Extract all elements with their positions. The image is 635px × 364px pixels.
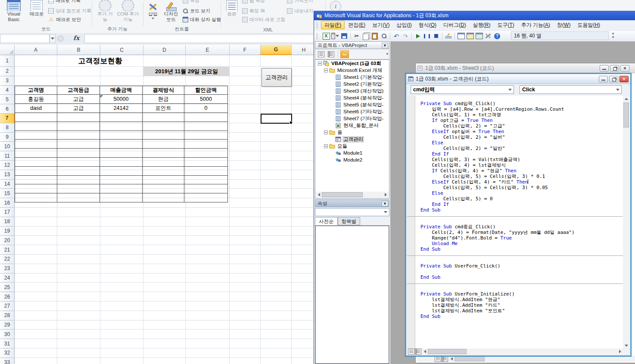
row-header-21[interactable]: 21 — [0, 245, 15, 255]
table-empty-row-8-col4[interactable] — [143, 176, 184, 185]
cell-F4[interactable] — [230, 86, 261, 95]
code-line-21[interactable]: Private Sub cmd종료_Click() — [420, 224, 623, 230]
table-row-1-col1[interactable]: 홍길동 — [15, 95, 57, 104]
table-empty-row-5-col3[interactable] — [100, 149, 143, 158]
cell-D31[interactable] — [143, 339, 186, 348]
project-pane-header[interactable]: 프로젝트 - VBAProject × — [315, 41, 389, 49]
cell-F9[interactable] — [230, 133, 261, 142]
cell-C25[interactable] — [100, 283, 143, 292]
cell-F12[interactable] — [230, 161, 261, 170]
cell-B30[interactable] — [57, 330, 100, 339]
find-icon[interactable] — [380, 32, 388, 40]
cell-F21[interactable] — [230, 245, 261, 255]
table-row-2-col4[interactable]: 포인트 — [143, 104, 184, 113]
cell-F25[interactable] — [230, 283, 261, 292]
menu-h[interactable]: 도움말(H) — [574, 21, 604, 29]
cell-G30[interactable] — [261, 330, 292, 339]
cell-D21[interactable] — [143, 245, 186, 255]
properties-pane-header[interactable]: 속성 × — [315, 199, 389, 207]
cell-H8[interactable] — [292, 123, 316, 133]
cell-G33[interactable] — [261, 358, 292, 364]
sheet3-hscrollbar[interactable] — [417, 356, 635, 362]
cell-G12[interactable] — [261, 161, 292, 170]
cell-E33[interactable] — [186, 358, 230, 364]
cell-F31[interactable] — [230, 339, 261, 348]
table-empty-row-2-col3[interactable] — [100, 122, 143, 131]
pane-toolbar-overflow[interactable]: ▾ — [386, 52, 388, 56]
cell-E1[interactable] — [186, 55, 230, 67]
cell-C32[interactable] — [100, 348, 143, 358]
cell-G9[interactable] — [261, 133, 292, 142]
table-empty-row-7-col2[interactable] — [57, 167, 100, 176]
row-header-20[interactable]: 20 — [0, 236, 15, 245]
cell-B27[interactable] — [57, 302, 100, 311]
code-line-9[interactable]: End If — [420, 151, 623, 157]
table-empty-row-3-col4[interactable] — [143, 131, 184, 140]
reset-icon[interactable] — [432, 32, 440, 40]
cell-D22[interactable] — [143, 255, 186, 264]
table-empty-row-1-col4[interactable] — [143, 113, 184, 122]
minimize-icon[interactable] — [600, 65, 609, 72]
properties-object-dropdown[interactable] — [315, 208, 389, 216]
scroll-right-icon[interactable] — [383, 192, 389, 198]
project-explorer-icon[interactable] — [457, 32, 465, 40]
redo-icon[interactable]: ↷ — [402, 32, 409, 40]
cell-A30[interactable] — [15, 330, 57, 339]
cell-F8[interactable] — [230, 123, 261, 133]
table-empty-row-6-col5[interactable] — [184, 158, 228, 167]
cell-C30[interactable] — [100, 330, 143, 339]
toolbar-grip[interactable] — [317, 33, 319, 39]
cell-F24[interactable] — [230, 274, 261, 283]
fill-handle[interactable] — [289, 121, 293, 124]
cell-F26[interactable] — [230, 292, 261, 302]
cell-G16[interactable] — [261, 198, 292, 208]
cell-H31[interactable] — [292, 339, 316, 348]
tree-item-Module1[interactable]: Module1 — [315, 149, 389, 156]
map-properties-button[interactable]: 맵 속성 — [242, 0, 265, 4]
code-line-34[interactable]: lst결제방식.AddItem "포인트" — [420, 308, 623, 314]
run-icon[interactable] — [414, 32, 422, 40]
cell-H17[interactable] — [292, 208, 316, 217]
control-properties-button[interactable]: 속성 — [183, 0, 199, 4]
toolbox-icon[interactable] — [484, 32, 492, 40]
cell-H18[interactable] — [292, 217, 316, 227]
project-tree-hscrollbar[interactable] — [316, 192, 389, 198]
table-empty-row-9-col4[interactable] — [143, 184, 184, 193]
row-header-24[interactable]: 24 — [0, 274, 15, 283]
table-empty-row-4-col2[interactable] — [57, 140, 100, 149]
code-line-0[interactable]: Private Sub cmd입력_Click() — [420, 101, 623, 106]
row-header-1[interactable]: 1 — [0, 55, 15, 67]
cell-G20[interactable] — [261, 236, 292, 245]
cell-H33[interactable] — [292, 358, 316, 364]
cell-D17[interactable] — [143, 208, 186, 217]
cell-B28[interactable] — [57, 311, 100, 320]
cell-G15[interactable] — [261, 189, 292, 198]
cell-F33[interactable] — [230, 358, 261, 364]
cell-B21[interactable] — [57, 245, 100, 255]
column-header-G[interactable]: G — [261, 45, 292, 55]
userform-window-title-bar[interactable]: 1급 03회.xlsm - 고객관리 (코드) × — [406, 74, 630, 84]
cell-G24[interactable] — [261, 274, 292, 283]
save-icon[interactable] — [340, 32, 348, 40]
cell-G26[interactable] — [261, 292, 292, 302]
cell-G6[interactable] — [261, 104, 292, 114]
cell-A17[interactable] — [15, 208, 57, 217]
table-row-2-col3[interactable]: 24142 — [100, 104, 143, 113]
cell-B18[interactable] — [57, 217, 100, 227]
cell-A20[interactable] — [15, 236, 57, 245]
table-empty-row-5-col1[interactable] — [15, 149, 57, 158]
cell-H4[interactable] — [292, 86, 316, 95]
menu-i[interactable]: 삽입(I) — [393, 21, 415, 29]
cell-H27[interactable] — [292, 302, 316, 311]
name-box[interactable] — [0, 34, 50, 43]
cell-E30[interactable] — [186, 330, 230, 339]
name-box-dropdown[interactable] — [50, 34, 56, 43]
cell-F27[interactable] — [230, 302, 261, 311]
code-line-24[interactable]: Unload Me — [420, 241, 623, 246]
table-empty-row-7-col5[interactable] — [184, 167, 228, 176]
view-code-button[interactable]: 코드 보기 — [183, 7, 210, 15]
row-header-26[interactable]: 26 — [0, 292, 15, 302]
cell-H29[interactable] — [292, 320, 316, 330]
cell-E20[interactable] — [186, 236, 230, 245]
select-all-corner[interactable] — [0, 45, 15, 55]
